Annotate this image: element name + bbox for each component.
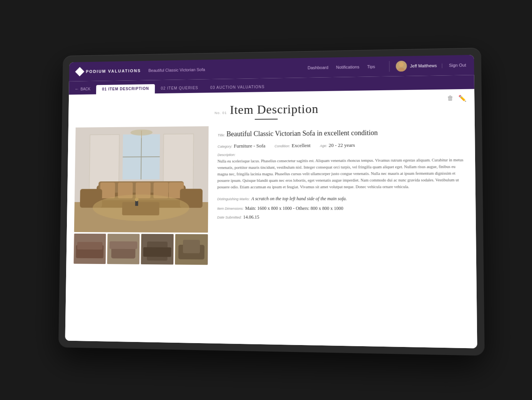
logo-area: PODIUM VALUATIONS bbox=[76, 67, 141, 75]
category-value: Furniture - Sofa bbox=[234, 143, 265, 149]
back-label: BACK bbox=[80, 86, 90, 91]
thumbnail-4[interactable] bbox=[175, 234, 208, 265]
category-label: Category: bbox=[218, 144, 232, 148]
condition-value: Excellent bbox=[292, 143, 311, 149]
back-button[interactable]: ← BACK bbox=[75, 86, 90, 95]
thumbnail-row bbox=[74, 233, 208, 264]
condition-field: Condition: Excellent bbox=[274, 143, 311, 149]
dimensions-label: Item Dimensions: bbox=[217, 207, 244, 211]
dimensions-section: Item Dimensions: Main: 1600 x 800 x 1000… bbox=[217, 206, 467, 212]
thumbnail-3[interactable] bbox=[141, 234, 173, 264]
nav-tips[interactable]: Tips bbox=[367, 64, 375, 69]
main-image bbox=[74, 126, 209, 232]
category-field: Category: Furniture - Sofa bbox=[218, 143, 266, 149]
svg-rect-29 bbox=[77, 242, 103, 249]
section-title: Item Description bbox=[230, 102, 319, 117]
tab-item-queries[interactable]: 02 ITEM QUERIES bbox=[155, 83, 204, 93]
sign-out-button[interactable]: Sign Out bbox=[449, 63, 466, 68]
back-arrow-icon: ← bbox=[75, 86, 79, 91]
description-section: Description: Nulla eu scelerisque lacus.… bbox=[217, 151, 467, 190]
logo-text: PODIUM VALUATIONS bbox=[86, 68, 141, 73]
content-body: Title: Beautiful Classic Victorian Sofa … bbox=[65, 123, 477, 348]
svg-point-0 bbox=[399, 62, 404, 67]
header-page-title: Beautiful Classic Victorian Sofa bbox=[148, 67, 205, 73]
nav-dashboard[interactable]: Dashboard bbox=[308, 65, 328, 70]
age-field: Age: 20 - 22 years bbox=[320, 142, 355, 149]
thumbnail-2[interactable] bbox=[107, 234, 140, 264]
logo-diamond-icon bbox=[75, 67, 84, 76]
tab-auction-valuations[interactable]: 03 AUCTION VALUATIONS bbox=[204, 82, 271, 93]
meta-row: Category: Furniture - Sofa Condition: Ex… bbox=[218, 141, 467, 149]
main-content: 🗑 ✏️ No. 01 Item Description bbox=[65, 89, 477, 348]
nav-notifications[interactable]: Notifications bbox=[336, 65, 359, 70]
marks-label: Distinguishing Marks: bbox=[217, 197, 250, 201]
age-label: Age: bbox=[320, 144, 327, 148]
item-title: Beautiful Classic Victorian Sofa in exce… bbox=[226, 129, 378, 138]
details-column: Title: Beautiful Classic Victorian Sofa … bbox=[216, 124, 469, 340]
age-value: 20 - 22 years bbox=[329, 142, 355, 149]
tablet-screen: PODIUM VALUATIONS Beautiful Classic Vict… bbox=[65, 55, 477, 348]
svg-rect-38 bbox=[183, 240, 200, 253]
images-column bbox=[73, 126, 209, 335]
svg-rect-35 bbox=[143, 247, 171, 257]
condition-label: Condition: bbox=[274, 144, 290, 148]
date-section: Date Submitted: 14.06.15 bbox=[217, 214, 468, 221]
description-label: Description: bbox=[218, 151, 467, 157]
section-number: No. 01 bbox=[214, 111, 227, 115]
section-header: No. 01 Item Description bbox=[68, 89, 475, 127]
tab-item-description[interactable]: 01 ITEM DESCRIPTION bbox=[96, 84, 155, 94]
svg-rect-32 bbox=[110, 241, 138, 249]
date-label: Date Submitted: bbox=[217, 216, 242, 219]
svg-line-10 bbox=[123, 156, 160, 157]
section-divider bbox=[255, 118, 278, 120]
title-label: Title: bbox=[218, 133, 225, 137]
svg-point-1 bbox=[397, 67, 406, 71]
user-name: Jeff Matthews bbox=[410, 63, 437, 68]
description-text: Nulla eu scelerisque lacus. Phaselius co… bbox=[217, 157, 467, 190]
marks-value: A scratch on the top left hand side of t… bbox=[251, 196, 347, 201]
date-value: 14.06.15 bbox=[243, 214, 259, 220]
svg-rect-16 bbox=[100, 183, 115, 198]
avatar bbox=[396, 60, 407, 71]
marks-section: Distinguishing Marks: A scratch on the t… bbox=[217, 195, 467, 202]
dimensions-value: Main: 1600 x 800 x 1000 - Others: 800 x … bbox=[245, 206, 343, 211]
user-area: Jeff Matthews | Sign Out bbox=[389, 60, 466, 72]
edit-icon[interactable]: ✏️ bbox=[458, 94, 466, 101]
action-icons: 🗑 ✏️ bbox=[447, 94, 466, 102]
header-nav: Dashboard Notifications Tips Jeff Matthe… bbox=[308, 60, 466, 73]
thumbnail-1[interactable] bbox=[74, 233, 106, 264]
tablet-device: PODIUM VALUATIONS Beautiful Classic Vict… bbox=[58, 48, 485, 356]
title-section: Title: Beautiful Classic Victorian Sofa … bbox=[218, 128, 467, 139]
delete-icon[interactable]: 🗑 bbox=[447, 95, 454, 102]
